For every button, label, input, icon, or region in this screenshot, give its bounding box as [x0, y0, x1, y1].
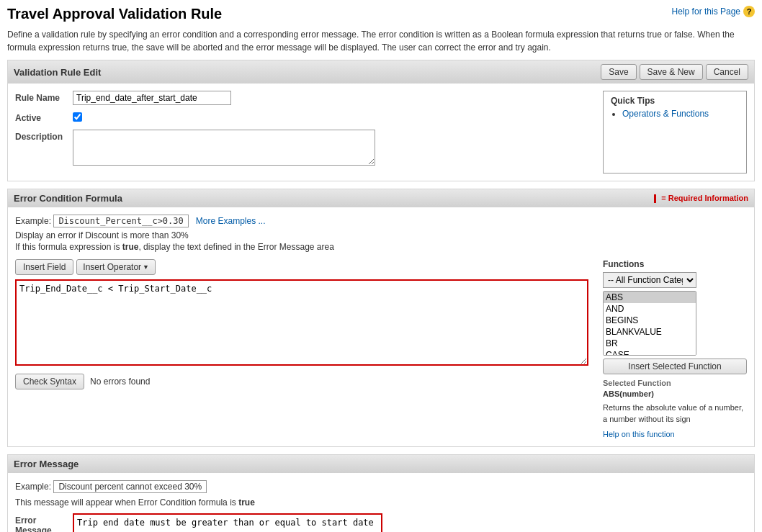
save-new-button-top[interactable]: Save & New — [640, 64, 703, 80]
help-link-text: Help for this Page — [672, 6, 740, 17]
help-link[interactable]: Help for this Page ? — [672, 6, 755, 17]
page-title: Travel Approval Validation Rule — [7, 6, 222, 22]
required-bar — [654, 194, 656, 203]
insert-operator-button[interactable]: Insert Operator ▼ — [76, 259, 156, 275]
page-header: Travel Approval Validation Rule Help for… — [0, 0, 762, 25]
active-label: Active — [15, 111, 73, 123]
error-message-title: Error Message — [14, 459, 79, 469]
error-msg-desc: This message will appear when Error Cond… — [15, 497, 747, 508]
error-condition-section: Error Condition Formula = Required Infor… — [7, 189, 755, 447]
header-buttons: Save Save & New Cancel — [601, 64, 748, 80]
formula-area: Insert Field Insert Operator ▼ Trip_End_… — [15, 259, 747, 439]
error-message-header: Error Message — [8, 455, 754, 473]
error-msg-example-row: Example: Discount percent cannot exceed … — [15, 480, 747, 493]
validation-section-title: Validation Rule Edit — [14, 67, 101, 78]
example-desc2: If this formula expression is true, disp… — [15, 242, 747, 252]
insert-selected-function-button[interactable]: Insert Selected Function — [603, 359, 747, 374]
rule-name-label: Rule Name — [15, 91, 73, 103]
error-message-section: Error Message Example: Discount percent … — [7, 454, 755, 532]
description-textarea[interactable] — [73, 130, 375, 166]
error-message-textarea[interactable]: Trip end date must be greater than or eq… — [73, 513, 382, 532]
error-msg-example-value: Discount percent cannot exceed 30% — [53, 480, 207, 493]
formula-right: Functions -- All Function Categories ABS… — [603, 259, 747, 439]
error-condition-title: Error Condition Formula — [14, 193, 122, 204]
active-row: Active — [15, 111, 588, 124]
syntax-result: No errors found — [90, 377, 150, 387]
function-list-select[interactable]: ABSANDBEGINSBLANKVALUEBRCASE — [603, 291, 696, 356]
page-description: Define a validation rule by specifying a… — [0, 25, 762, 60]
error-condition-body: Example: Discount_Percent__c>0.30 More E… — [8, 207, 754, 446]
selected-function-label: Selected Function — [603, 379, 747, 387]
insert-field-button[interactable]: Insert Field — [15, 259, 73, 275]
function-category-select[interactable]: -- All Function Categories — [603, 272, 696, 288]
error-msg-label: Error Message — [15, 513, 73, 532]
operators-functions-link[interactable]: Operators & Functions — [622, 109, 709, 119]
description-label: Description — [15, 130, 73, 142]
help-icon: ? — [743, 6, 755, 17]
rule-name-field — [73, 91, 588, 105]
rule-name-input[interactable] — [73, 91, 231, 105]
error-msg-field: Trip end date must be greater than or eq… — [73, 513, 747, 532]
help-on-function-link[interactable]: Help on this function — [603, 430, 675, 438]
validation-section-header: Validation Rule Edit Save Save & New Can… — [8, 60, 754, 84]
description-field — [73, 130, 588, 168]
chevron-down-icon: ▼ — [143, 263, 149, 271]
formula-textarea[interactable]: Trip_End_Date__c < Trip_Start_Date__c — [15, 279, 588, 366]
validation-section: Validation Rule Edit Save Save & New Can… — [7, 60, 755, 181]
error-msg-example-label: Example: — [15, 482, 51, 492]
validation-section-body: Rule Name Active Description — [8, 84, 754, 181]
formula-buttons: Insert Field Insert Operator ▼ — [15, 259, 588, 275]
error-msg-row: Error Message Trip end date must be grea… — [15, 513, 747, 532]
error-condition-header: Error Condition Formula = Required Infor… — [8, 189, 754, 207]
example-desc1: Display an error if Discount is more tha… — [15, 230, 747, 240]
check-syntax-button[interactable]: Check Syntax — [15, 374, 84, 389]
example-row: Example: Discount_Percent__c>0.30 More E… — [15, 215, 747, 227]
selected-function-name: ABS(number) — [603, 389, 747, 400]
rule-name-row: Rule Name — [15, 91, 588, 105]
required-info: = Required Information — [654, 194, 748, 203]
syntax-row: Check Syntax No errors found — [15, 374, 588, 389]
save-button-top[interactable]: Save — [601, 64, 636, 80]
more-examples-link[interactable]: More Examples ... — [196, 216, 266, 226]
formula-left: Insert Field Insert Operator ▼ Trip_End_… — [15, 259, 588, 439]
functions-label: Functions — [603, 259, 747, 269]
selected-function-description: Returns the absolute value of a number, … — [603, 402, 747, 425]
quick-tips-title: Quick Tips — [611, 96, 739, 106]
example-value: Discount_Percent__c>0.30 — [53, 215, 188, 227]
quick-tips-box: Quick Tips Operators & Functions — [603, 91, 747, 173]
cancel-button-top[interactable]: Cancel — [706, 64, 748, 80]
example-label: Example: — [15, 216, 51, 226]
active-field — [73, 111, 588, 124]
error-message-body: Example: Discount percent cannot exceed … — [8, 473, 754, 532]
description-row: Description — [15, 130, 588, 168]
active-checkbox[interactable] — [73, 112, 82, 122]
